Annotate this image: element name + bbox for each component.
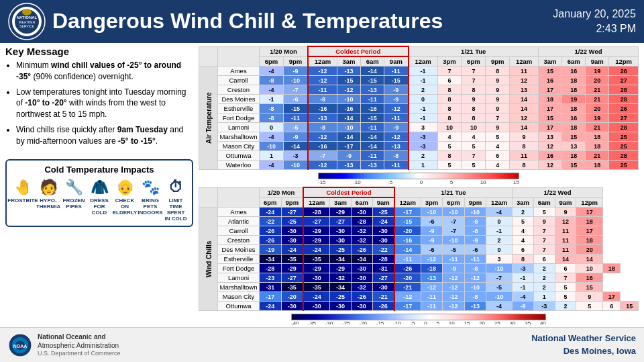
temp-cell: 4 [437, 132, 462, 142]
page-header: NATIONAL WEATHER SERVICE Dangerous Wind … [0, 0, 644, 43]
temp-cell: 17 [539, 85, 562, 95]
wind-chill-cell: -17 [394, 208, 421, 217]
w-time-9pm: 9pm [281, 197, 303, 208]
temp-cell: -1 [260, 95, 284, 104]
wind-chill-cell: -10 [486, 292, 513, 302]
temp-cell: -13 [384, 142, 409, 151]
air-temp-row: Waterloo-4-10-12-13-13-111554812151825 [199, 161, 639, 170]
wind-chill-cell: -27 [330, 217, 352, 226]
temp-cell: -12 [308, 132, 337, 142]
key-message: Key Message Minimum wind chill values of… [5, 46, 193, 151]
wind-chill-row: Ottumwa-24-30-30-30-30-26-17-11-12-13-4-… [199, 302, 639, 311]
nws-logo: NATIONAL WEATHER SERVICE [8, 3, 46, 40]
wind-chill-cell: 5 [513, 217, 534, 226]
temp-cell: -17 [337, 142, 361, 151]
wind-chill-cell: -22 [260, 217, 282, 226]
cold-impacts-box: Cold Temperature Impacts 🤚 FROSTBITE 🧑 H… [5, 159, 193, 227]
temp-cell: 6 [437, 76, 462, 85]
wind-chill-cell: -9 [443, 264, 465, 273]
wind-chill-cell: -28 [351, 217, 372, 226]
wind-chill-cell: -18 [421, 264, 443, 273]
wind-chill-cell: 9 [555, 208, 576, 217]
temp-cell: -15 [361, 114, 384, 123]
temp-cell: 18 [562, 151, 586, 161]
wind-chill-cell: -35 [281, 283, 303, 292]
wind-chill-cell: 2 [533, 283, 555, 292]
wind-chill-cell: -7 [486, 273, 513, 283]
impact-frozen-pipes: 🔧 FROZEN PIPES [62, 179, 85, 210]
temp-cell: 13 [562, 142, 586, 151]
w-time-6pm2: 6pm [443, 197, 465, 208]
air-temp-row: Marshalltown-4-9-12-14-14-12-34459131518… [199, 132, 639, 142]
wind-chill-cell: -28 [372, 255, 394, 264]
wind-chill-cell: -13 [464, 302, 486, 311]
wind-chill-row: Atlantic-22-25-27-27-28-24-15-6-7-805912… [199, 217, 639, 226]
wind-chill-cell: 1 [533, 292, 555, 302]
wind-chill-cell: -29 [303, 264, 329, 273]
temp-cell: 8 [462, 85, 486, 95]
city-col-header [218, 46, 260, 66]
elderly-label: CHECK ON ELDERLY [113, 197, 138, 216]
impact-dress-cold: 🧥 DRESS FOR COLD [88, 179, 111, 216]
city-label: Des Moines [218, 95, 260, 104]
wind-chill-cell: -30 [351, 208, 372, 217]
wind-chill-cell: -23 [260, 273, 282, 283]
wind-chill-cell: -34 [330, 283, 352, 292]
wind-chill-cell: -29 [281, 264, 303, 273]
wind-chill-cell: 3 [486, 255, 513, 264]
wind-coldest-header: Coldest Period [303, 187, 394, 197]
time-9am2: 9am [586, 56, 609, 66]
time-12pm: 12pm [609, 56, 639, 66]
temp-cell: 15 [562, 132, 586, 142]
wind-chill-cell: -28 [303, 208, 329, 217]
temp-cell: -14 [337, 132, 361, 142]
temp-cell: 21 [586, 85, 609, 95]
wind-chill-cell: -30 [372, 236, 394, 245]
wind-chill-cell: -10 [443, 236, 465, 245]
temp-cell: 18 [539, 95, 562, 104]
wind-colorbar-labels: -40-35-30-25-20-15-10-50510152025303540 [291, 320, 546, 324]
temp-cell: -6 [283, 95, 308, 104]
temp-cell: -12 [308, 161, 337, 170]
date-header-120: 1/20 Mon [260, 46, 308, 56]
wind-city-label: Creston [218, 236, 260, 245]
temp-cell: -10 [337, 95, 361, 104]
w-time-9am2: 9am [555, 197, 576, 208]
air-temp-side-label: Air Temperature [199, 66, 218, 170]
wind-chill-cell: -32 [351, 226, 372, 236]
wind-chill-cell: -4 [486, 208, 513, 217]
temp-cell: 27 [609, 114, 639, 123]
wind-chill-cell: 17 [576, 226, 603, 236]
impact-hypothermia: 🧑 HYPO-THERMIA [37, 179, 60, 210]
footer-nws: National Weather Service Des Moines, Iow… [531, 332, 636, 357]
hypothermia-label: HYPO-THERMIA [36, 197, 60, 210]
temp-cell: -3 [283, 151, 308, 161]
temp-cell: -4 [260, 161, 284, 170]
temp-cell: 14 [510, 95, 539, 104]
temp-cell: 20 [586, 104, 609, 114]
temp-cell: 18 [562, 85, 586, 95]
wind-chill-cell: -19 [260, 245, 282, 255]
time-6am: 6am [361, 56, 384, 66]
temp-cell: -16 [361, 104, 384, 114]
noaa-line3: U.S. Department of Commerce [38, 350, 121, 358]
temp-cell: 21 [586, 151, 609, 161]
wind-chill-cell: -20 [394, 226, 421, 236]
wind-chill-cell: 16 [576, 273, 603, 283]
wind-chill-cell: -34 [260, 255, 282, 264]
temp-cell: 10 [462, 123, 486, 132]
temp-cell: 19 [562, 95, 586, 104]
wind-chill-cell: -22 [372, 245, 394, 255]
temp-cell: 8 [462, 104, 486, 114]
temp-cell: 8 [510, 161, 539, 170]
air-temp-row: Carroll-8-10-12-15-15-15-16791216182027 [199, 76, 639, 85]
time-6am2: 6am [562, 56, 586, 66]
temp-cell: 17 [539, 104, 562, 114]
city-label: Marshalltown [218, 132, 260, 142]
wind-chill-table: 1/20 Mon Coldest Period 1/21 Tue 1/22 We… [199, 187, 639, 311]
w-time-12pm: 12pm [576, 197, 603, 208]
time-6pm: 6pm [260, 56, 284, 66]
temp-cell: -12 [308, 66, 337, 76]
temp-cell: 9 [486, 95, 510, 104]
wind-chill-cell: -1 [486, 226, 513, 236]
